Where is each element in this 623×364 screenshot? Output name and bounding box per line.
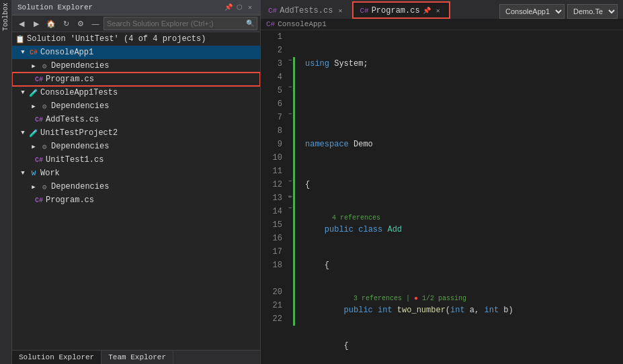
code-line-4: { — [305, 178, 618, 191]
arrow-dep3: ▶ — [28, 141, 39, 152]
label-dep2: Dependencies — [51, 101, 109, 111]
icon-dep2: ⚙ — [39, 101, 50, 111]
arrow-utproject2: ▼ — [17, 128, 28, 138]
icon-unittest1: C# — [34, 154, 44, 165]
tab-program[interactable]: C# Program.cs 📌 ✕ — [352, 1, 450, 19]
toolbox-tab[interactable]: Toolbox — [1, 0, 11, 34]
tree-item-addtests[interactable]: C# AddTests.cs — [12, 113, 260, 126]
tab-close-program[interactable]: ✕ — [433, 6, 443, 15]
icon-tests1: 🧪 — [28, 87, 39, 98]
icon-dep1: ⚙ — [39, 60, 50, 71]
icon-utproject2: 🧪 — [28, 128, 39, 138]
breadcrumb-bar: C# ConsoleApp1 — [261, 19, 623, 30]
pin-icon[interactable]: 📌 — [224, 3, 233, 12]
tab-close-addtests[interactable]: ✕ — [335, 6, 345, 15]
arrow-icon[interactable]: ⬡ — [235, 3, 244, 12]
footer-tab-team-explorer[interactable]: Team Explorer — [101, 351, 173, 364]
label-program1: Program.cs — [46, 75, 94, 84]
code-line-5: 4 references public class Add — [305, 218, 618, 232]
label-dep3: Dependencies — [51, 142, 109, 151]
tab-icon-program: C# — [360, 7, 368, 15]
footer-tab-solution-explorer[interactable]: Solution Explorer — [12, 351, 101, 364]
tree-item-work[interactable]: ▼ W Work — [12, 167, 260, 180]
icon-dep4: ⚙ — [39, 181, 50, 192]
filter-button[interactable]: — — [89, 17, 102, 30]
code-content[interactable]: using System; namespace Demo { 4 referen… — [300, 30, 623, 364]
breadcrumb-text: ConsoleApp1 — [278, 20, 327, 28]
arrow-work: ▼ — [17, 168, 28, 179]
code-line-2 — [305, 97, 618, 111]
line-numbers: 1 2 3 4 5 6 7 8 9 10 11 12 13 14 15 16 1… — [261, 30, 288, 364]
label-tests1: ConsoleApp1Tests — [40, 88, 118, 97]
tree-item-solution[interactable]: 📋 Solution 'UnitTest' (4 of 4 projects) — [12, 32, 260, 46]
config-button[interactable]: ⚙ — [74, 17, 87, 30]
search-input[interactable] — [107, 19, 246, 28]
tab-bar: C# AddTests.cs ✕ C# Program.cs 📌 ✕ Conso… — [261, 0, 623, 19]
forward-button[interactable]: ▶ — [30, 17, 43, 30]
tab-label-program: Program.cs — [372, 6, 420, 15]
collapse-5[interactable]: − — [288, 84, 292, 91]
refresh-button[interactable]: ↻ — [59, 17, 73, 30]
tab-addtests[interactable]: C# AddTests.cs ✕ — [261, 1, 352, 19]
nav-dropdown-right[interactable]: Demo.Te — [567, 4, 618, 19]
icon-addtests: C# — [34, 114, 44, 125]
collapse-7[interactable]: − — [288, 111, 292, 118]
tree-item-consoleapp1[interactable]: ▼ C# ConsoleApp1 — [12, 46, 260, 59]
collapse-14[interactable]: − — [288, 205, 292, 212]
back-button[interactable]: ◀ — [15, 17, 28, 30]
home-button[interactable]: 🏠 — [44, 17, 58, 30]
solution-label: Solution 'UnitTest' (4 of 4 projects) — [27, 34, 206, 44]
code-area[interactable]: 1 2 3 4 5 6 7 8 9 10 11 12 13 14 15 16 1… — [261, 30, 623, 364]
search-box: 🔍 — [103, 17, 257, 30]
code-line-6: { — [305, 259, 618, 272]
code-line-1: using System; — [305, 57, 618, 71]
edit-icon: ✏ — [288, 192, 292, 200]
icon-program2: C# — [34, 195, 44, 206]
tree-item-dep1[interactable]: ▶ ⚙ Dependencies — [12, 59, 260, 73]
label-program2: Program.cs — [46, 195, 94, 205]
solution-explorer-panel: Solution Explorer 📌 ⬡ ✕ ◀ ▶ 🏠 ↻ ⚙ — 🔍 � — [12, 0, 261, 364]
label-utproject2: UnitTestProject2 — [40, 128, 118, 138]
tree-item-program1[interactable]: C# Program.cs — [12, 73, 260, 86]
label-dep4: Dependencies — [51, 182, 109, 191]
label-dep1: Dependencies — [51, 61, 109, 71]
side-panel: Toolbox — [0, 0, 12, 364]
tree-item-utproject2[interactable]: ▼ 🧪 UnitTestProject2 — [12, 126, 260, 140]
tab-bar-right: ConsoleApp1 Demo.Te — [450, 4, 623, 19]
code-line-7: 3 references | ● 1/2 passing public int … — [305, 299, 618, 312]
panel-toolbar: ◀ ▶ 🏠 ↻ ⚙ — 🔍 — [12, 15, 260, 32]
tree-item-dep4[interactable]: ▶ ⚙ Dependencies — [12, 180, 260, 193]
nav-dropdown-left[interactable]: ConsoleApp1 — [499, 4, 565, 19]
tab-label-addtests: AddTests.cs — [280, 6, 333, 15]
close-icon[interactable]: ✕ — [245, 3, 255, 12]
panel-footer: Solution Explorer Team Explorer — [12, 350, 260, 364]
tree-item-tests1[interactable]: ▼ 🧪 ConsoleApp1Tests — [12, 86, 260, 99]
code-line-8: { — [305, 339, 618, 353]
tree-item-dep3[interactable]: ▶ ⚙ Dependencies — [12, 140, 260, 153]
green-line — [293, 57, 295, 326]
code-line-3: namespace Demo — [305, 138, 618, 151]
arrow-tests1: ▼ — [17, 87, 28, 98]
code-gutter: − − − − − ✏ — [288, 30, 300, 364]
icon-program1: C# — [34, 74, 44, 85]
label-unittest1: UnitTest1.cs — [46, 155, 103, 165]
label-work: Work — [40, 169, 60, 178]
panel-header: Solution Explorer 📌 ⬡ ✕ — [12, 0, 260, 15]
arrow-consoleapp1: ▼ — [17, 47, 28, 58]
label-addtests: AddTests.cs — [46, 115, 99, 124]
tree-item-dep2[interactable]: ▶ ⚙ Dependencies — [12, 99, 260, 113]
tree-item-unittest1[interactable]: C# UnitTest1.cs — [12, 153, 260, 167]
arrow-dep4: ▶ — [28, 181, 39, 192]
collapse-12[interactable]: − — [288, 178, 292, 185]
arrow-dep1: ▶ — [28, 60, 39, 71]
search-icon: 🔍 — [246, 19, 254, 28]
panel-header-icons: 📌 ⬡ ✕ — [224, 3, 255, 12]
icon-dep3: ⚙ — [39, 141, 50, 152]
icon-consoleapp1: C# — [28, 47, 39, 58]
tree-item-program2[interactable]: C# Program.cs — [12, 193, 260, 207]
collapse-3[interactable]: − — [288, 57, 292, 64]
icon-work: W — [28, 168, 39, 179]
solution-icon: 📋 — [15, 34, 26, 44]
tab-pin-program[interactable]: 📌 — [423, 7, 431, 15]
arrow-dep2: ▶ — [28, 101, 39, 111]
